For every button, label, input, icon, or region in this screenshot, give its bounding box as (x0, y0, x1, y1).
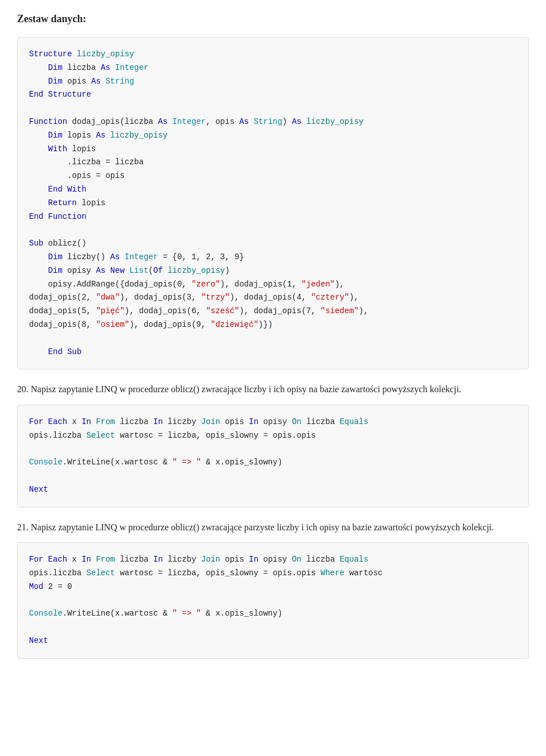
page-title: Zestaw danych: (17, 11, 529, 27)
code-block-3: For Each x In From liczba In liczby Join… (17, 542, 529, 659)
question-20: 20. Napisz zapytanie LINQ w procedurze o… (17, 382, 529, 397)
question-21: 21. Napisz zapytanie LINQ w procedurze o… (17, 520, 529, 535)
code-block-1: Structure liczby_opisy Dim liczba As Int… (17, 37, 529, 369)
code-block-2: For Each x In From liczba In liczby Join… (17, 405, 529, 508)
